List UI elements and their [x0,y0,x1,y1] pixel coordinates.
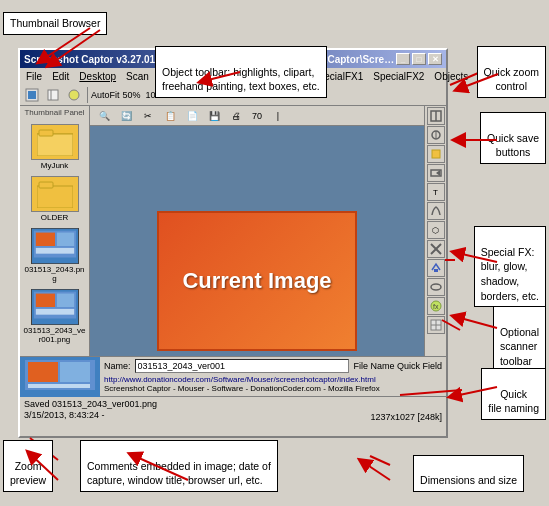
date-text: 3/15/2013, 8:43:24 - [24,410,362,420]
img-tool-4[interactable]: 📋 [160,107,180,125]
rt-btn-2[interactable] [427,126,445,144]
menu-specialfx2[interactable]: SpecialFX2 [369,70,428,83]
svg-rect-24 [432,150,440,158]
rt-btn-11[interactable]: fx [427,297,445,315]
rt-btn-10[interactable] [427,278,445,296]
file-name-input[interactable] [135,359,350,373]
image-toolbar: 🔍 🔄 ✂ 📋 📄 💾 🖨 70 | [90,106,424,126]
status-bottom-row: Saved 031513_2043_ver001.png 3/15/2013, … [20,397,446,437]
file-info-panel: Name: File Name Quick Field http://www.d… [100,357,446,396]
annotation-zoom-preview: Zoom preview [3,440,53,492]
thumbnail-panel-label: Thumbnail Panel [24,108,84,117]
annotation-thumbnail-browser: Thumbnail Browser [3,12,107,35]
app-window: Screenshot Captor v3.27.01 - C:\Program … [18,48,448,438]
file-name-quick-label: File Name Quick Field [353,361,442,371]
svg-rect-14 [35,248,73,254]
thumb-myjunk-label: MyJunk [41,161,69,170]
annotation-comments: Comments embedded in image; date of capt… [80,440,278,492]
menu-file[interactable]: File [22,70,46,83]
rt-btn-9[interactable] [427,259,445,277]
zoom-slider[interactable]: | [268,107,288,125]
svg-rect-39 [60,362,90,382]
thumb-myjunk[interactable]: MyJunk [30,123,80,171]
rt-btn-3[interactable] [427,145,445,163]
thumb-ss1[interactable]: 031513_2043.png [22,227,87,284]
svg-rect-29 [434,269,438,272]
screenshot-wrapper: Screenshot Captor v3.27.01 - C:\Program … [0,0,549,506]
annotation-optional-scanner: Optional scanner toolbar [493,306,546,373]
svg-rect-6 [37,134,73,156]
menu-objects[interactable]: Objects [430,70,472,83]
img-tool-2[interactable]: 🔄 [116,107,136,125]
svg-rect-38 [28,362,58,382]
menu-desktop[interactable]: Desktop [75,70,120,83]
svg-rect-13 [56,233,73,246]
svg-rect-1 [28,91,36,99]
svg-line-50 [370,456,390,465]
thumb-ss1-label: 031513_2043.png [23,265,86,283]
rt-btn-12[interactable] [427,316,445,334]
rt-btn-4[interactable] [427,164,445,182]
annotation-quick-zoom: Quick zoom control [477,46,546,98]
rt-btn-7[interactable]: ⬡ [427,221,445,239]
status-top-row: Name: File Name Quick Field http://www.d… [20,357,446,397]
svg-line-60 [360,460,390,480]
svg-rect-12 [35,233,54,246]
svg-rect-19 [35,309,73,315]
svg-text:fx: fx [433,303,439,310]
img-tool-5[interactable]: 📄 [182,107,202,125]
current-image-text: Current Image [182,268,331,294]
minimize-button[interactable]: _ [396,53,410,65]
annotation-quick-naming: Quick file naming [481,368,546,420]
current-image-box: Current Image [157,211,357,351]
annotation-dimensions: Dimensions and size [413,455,524,492]
annotation-quick-save: Quick save buttons [480,112,546,164]
svg-rect-8 [37,186,73,208]
status-bottom-info: Saved 031513_2043_ver001.png 3/15/2013, … [20,397,366,437]
thumb-ss2-img [31,289,79,325]
img-tool-1[interactable]: 🔍 [94,107,114,125]
status-area: Name: File Name Quick Field http://www.d… [20,356,446,436]
toolbar-btn-1[interactable] [22,86,42,104]
svg-rect-9 [39,182,53,188]
svg-rect-18 [56,294,73,307]
dimensions-display: 1237x1027 [248k] [366,397,446,437]
thumb-ss2[interactable]: 031513_2043_ver001.png [22,288,87,345]
toolbar-separator-1 [87,87,88,103]
close-button[interactable]: ✕ [428,53,442,65]
img-tool-6[interactable]: 💾 [204,107,224,125]
zoom-50: 50% [123,90,141,100]
rt-btn-1[interactable] [427,107,445,125]
rt-btn-6[interactable] [427,202,445,220]
img-tool-7[interactable]: 🖨 [226,107,246,125]
menu-scan[interactable]: Scan [122,70,153,83]
maximize-button[interactable]: □ [412,53,426,65]
svg-line-56 [453,316,497,328]
toolbar-btn-2[interactable] [43,86,63,104]
title-bar-buttons: _ □ ✕ [396,53,442,65]
saved-text: Saved 031513_2043_ver001.png [24,399,362,409]
thumb-older[interactable]: OLDER [30,175,80,223]
window-title-display: Screenshot Captor - Mouser - Software - … [104,384,442,393]
rt-btn-8[interactable] [427,240,445,258]
zoom-value: 70 [252,111,262,121]
toolbar-btn-3[interactable] [64,86,84,104]
thumb-ss1-img [31,228,79,264]
annotation-object-toolbar: Object toolbar: highlights, clipart, fre… [155,46,327,98]
menu-edit[interactable]: Edit [48,70,73,83]
zoom-preview-box [20,357,100,397]
annotation-special-fx: Special FX: blur, glow, shadow, borders,… [474,226,546,307]
autofit-label: AutoFit [91,90,120,100]
thumb-ss2-label: 031513_2043_ver001.png [23,326,86,344]
svg-rect-17 [35,294,54,307]
thumb-older-label: OLDER [41,213,69,222]
svg-rect-40 [28,384,90,388]
url-display: http://www.donationcoder.com/Software/Mo… [104,375,442,384]
svg-rect-7 [39,130,53,136]
name-label: Name: [104,361,131,371]
svg-rect-2 [48,90,58,100]
img-tool-3[interactable]: ✂ [138,107,158,125]
svg-marker-26 [436,170,440,176]
rt-btn-5[interactable]: T [427,183,445,201]
thumb-myjunk-img [31,124,79,160]
